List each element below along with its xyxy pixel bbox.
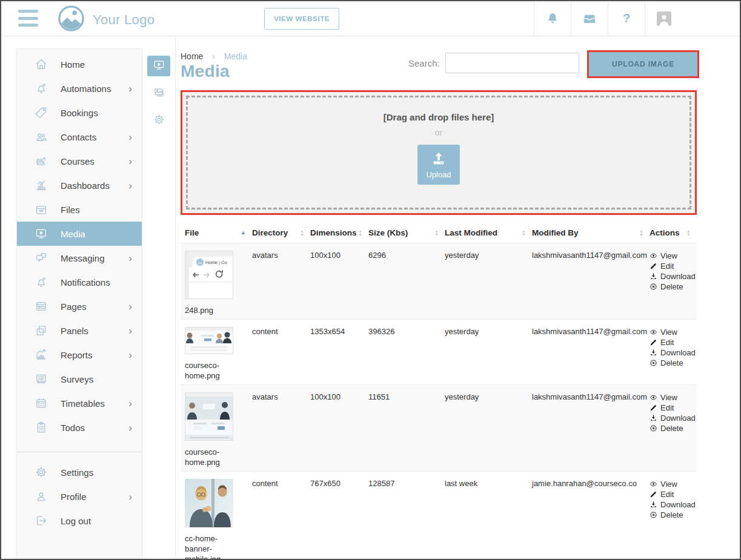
action-label: Delete [660,282,683,292]
download-action-link[interactable]: Download [650,413,692,423]
inbox-icon[interactable] [571,1,608,36]
chevron-right-icon: › [128,326,132,336]
media-table: File▲Directory▲▼Dimensions▲▼Size (Kbs)▲▼… [181,223,697,560]
search-input[interactable] [445,53,579,73]
sidebar-divider [17,452,142,452]
column-header-dimensions[interactable]: Dimensions▲▼ [310,223,368,243]
file-thumbnail [185,479,233,527]
edit-action-link[interactable]: Edit [650,261,692,271]
table-row: courseco-home.pngcontent1353x654396326ye… [181,319,697,384]
sidebar-item-contacts[interactable]: Contacts› [17,125,142,149]
dropzone-upload-button[interactable]: Upload [417,145,460,185]
actions-cell: ViewEditDownloadDelete [650,472,697,560]
view-action-link[interactable]: View [650,251,692,261]
sidebar-item-todos[interactable]: Todos› [17,415,142,440]
column-header-label: Directory [252,228,288,237]
dimensions-cell: 100x100 [310,385,368,471]
directory-cell: content [252,320,310,384]
chevron-right-icon: › [128,492,132,502]
annotation-highlight-upload-button: UPLOAD IMAGE [587,50,699,78]
browser-icon [35,300,48,313]
sidebar-item-courses[interactable]: Courses› [17,149,142,173]
column-header-last_modified[interactable]: Last Modified▲▼ [445,223,532,243]
dimensions-cell: 767x650 [310,472,368,560]
download-action-link[interactable]: Download [650,348,692,358]
delete-action-link[interactable]: Delete [650,423,692,433]
bell-icon [35,82,48,95]
pencil-icon [650,490,657,498]
sidebar-item-label: Bookings [61,108,98,118]
chevron-right-icon: › [128,253,132,263]
sidebar-item-pages[interactable]: Pages› [17,294,142,318]
column-header-modified_by[interactable]: Modified By▲▼ [532,223,650,243]
sidebar-item-dashboards[interactable]: Dashboards› [17,173,142,197]
books-icon [35,154,48,168]
sidebar-item-media[interactable]: Media [17,222,142,246]
sidebar-item-reports[interactable]: Reports› [17,343,142,367]
sidebar-item-label: Surveys [61,374,93,384]
sub-sidebar-item-image-gallery[interactable] [147,83,170,104]
sub-sidebar-item-media-library[interactable] [147,56,170,76]
download-icon [650,272,657,280]
action-label: View [660,327,677,337]
directory-cell: avatars [252,385,310,471]
view-action-link[interactable]: View [650,327,692,337]
sidebar-item-timetables[interactable]: Timetables› [17,391,142,415]
sidebar-item-settings[interactable]: Settings [17,460,142,484]
eye-icon [650,480,657,488]
sidebar-item-automations[interactable]: Automations› [17,76,142,100]
search-area: Search: [408,53,579,73]
view-action-link[interactable]: View [650,479,692,489]
bell-icon [35,275,48,289]
delete-action-link[interactable]: Delete [650,510,692,520]
edit-action-link[interactable]: Edit [650,489,692,499]
sub-sidebar-item-media-settings[interactable] [147,110,170,131]
column-header-size[interactable]: Size (Kbs)▲▼ [368,223,445,243]
column-header-actions[interactable]: Actions▲▼ [650,223,697,243]
sidebar-item-notifications[interactable]: Notifications [17,270,142,294]
file-cell: cc-home-banner-mobile.jpg [181,472,252,560]
view-website-button[interactable]: VIEW WEBSITE [264,8,339,30]
download-action-link[interactable]: Download [650,271,692,282]
action-label: View [660,251,677,261]
breadcrumb-home-link[interactable]: Home [181,51,203,61]
hamburger-menu-icon[interactable] [18,10,38,27]
drag-and-drop-zone[interactable]: [Drag and drop files here] or Upload [182,92,695,213]
modified-by-cell: lakshmivasanth1147@gmail.com [532,243,650,319]
user-avatar[interactable] [645,1,740,36]
monitor-play-icon [153,59,165,74]
sidebar-item-logout[interactable]: Log out [17,509,142,533]
chart-line-icon [35,348,48,361]
upload-image-button[interactable]: UPLOAD IMAGE [589,52,697,76]
edit-action-link[interactable]: Edit [650,337,692,348]
sidebar-item-files[interactable]: Files [17,197,142,222]
column-header-file[interactable]: File▲ [181,223,252,243]
file-cell: courseco-home.png [181,320,252,384]
chevron-right-icon: › [128,301,132,312]
sidebar-item-home[interactable]: Home [17,52,142,76]
archive-icon [35,203,48,216]
download-action-link[interactable]: Download [650,499,692,510]
delete-action-link[interactable]: Delete [650,358,692,368]
sort-ascending-icon: ▲ [241,230,246,236]
last-modified-cell: last week [445,472,532,560]
sidebar-item-bookings[interactable]: Bookings [17,100,142,125]
chevron-right-icon: › [128,398,132,409]
notifications-bell-icon[interactable] [534,1,571,36]
help-icon[interactable]: ? [608,1,645,36]
chevron-right-icon: › [128,84,132,94]
breadcrumb-current: Media [224,51,247,61]
table-row: courseco-home.pngavatars100x10011651yest… [181,384,697,471]
view-action-link[interactable]: View [650,392,692,403]
table-body: coHome | Co248.pngavatars100x1006296yest… [181,243,697,560]
file-name: courseco-home.png [185,447,241,467]
column-header-directory[interactable]: Directory▲▼ [252,223,310,243]
file-thumbnail: coHome | Co [185,251,233,299]
sidebar-item-profile[interactable]: Profile› [17,484,142,509]
delete-action-link[interactable]: Delete [650,282,692,292]
sidebar-item-panels[interactable]: Panels› [17,318,142,343]
edit-action-link[interactable]: Edit [650,403,692,413]
modified-by-cell: lakshmivasanth1147@gmail.com [532,320,650,384]
sidebar-item-surveys[interactable]: Surveys [17,367,142,391]
sidebar-item-messaging[interactable]: Messaging› [17,246,142,270]
